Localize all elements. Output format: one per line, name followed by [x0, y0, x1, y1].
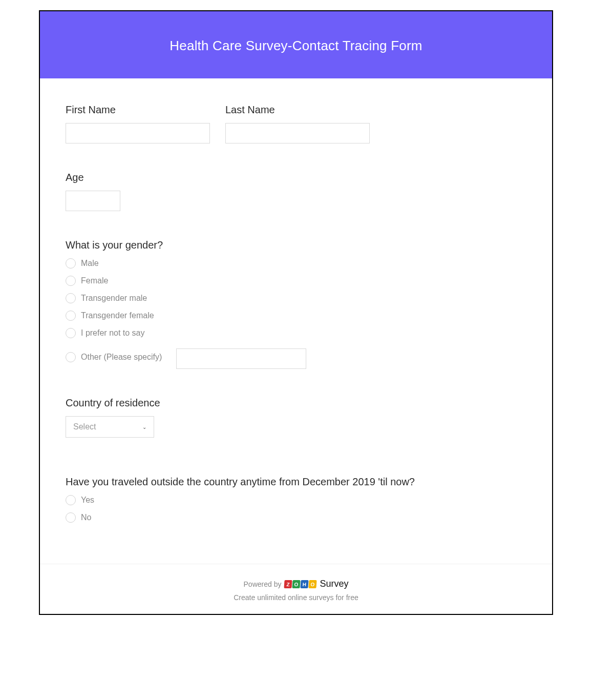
chevron-down-icon: ⌄: [142, 424, 146, 430]
survey-title: Health Care Survey-Contact Tracing Form: [50, 38, 542, 54]
last-name-input[interactable]: [225, 123, 370, 143]
country-group: Country of residence Select ⌄: [66, 397, 526, 438]
survey-frame: Health Care Survey-Contact Tracing Form …: [39, 10, 553, 615]
survey-footer: Powered by Z O H O Survey Create unlimit…: [40, 564, 552, 614]
radio-button[interactable]: [66, 328, 76, 338]
gender-label: What is your gender?: [66, 239, 526, 251]
country-label: Country of residence: [66, 397, 526, 409]
travel-label: Have you traveled outside the country an…: [66, 476, 526, 488]
first-name-label: First Name: [66, 104, 210, 116]
footer-tagline: Create unlimited online surveys for free: [50, 593, 542, 602]
age-label: Age: [66, 172, 526, 183]
brand-suffix: Survey: [320, 579, 348, 589]
last-name-label: Last Name: [225, 104, 370, 116]
gender-option-other[interactable]: Other (Please specify): [81, 353, 162, 362]
travel-option-yes[interactable]: Yes: [81, 496, 94, 505]
zoho-logo-icon: Z O H O: [284, 580, 316, 588]
gender-group: What is your gender? Male Female Transge…: [66, 239, 526, 369]
gender-option-trans-male[interactable]: Transgender male: [81, 294, 147, 303]
radio-button[interactable]: [66, 311, 76, 321]
age-group: Age: [66, 172, 526, 211]
gender-option-prefer-not[interactable]: I prefer not to say: [81, 328, 145, 338]
radio-button[interactable]: [66, 258, 76, 269]
age-input[interactable]: [66, 191, 120, 211]
radio-button[interactable]: [66, 293, 76, 303]
country-selected-value: Select: [73, 422, 96, 431]
first-name-group: First Name: [66, 104, 210, 143]
form-body: First Name Last Name Age What is your ge…: [40, 78, 552, 564]
gender-option-female[interactable]: Female: [81, 276, 108, 285]
first-name-input[interactable]: [66, 123, 210, 143]
powered-by-line: Powered by Z O H O Survey: [244, 579, 349, 589]
radio-button[interactable]: [66, 352, 76, 362]
travel-group: Have you traveled outside the country an…: [66, 476, 526, 523]
powered-by-text: Powered by: [244, 580, 282, 588]
radio-button[interactable]: [66, 276, 76, 286]
gender-option-male[interactable]: Male: [81, 259, 99, 268]
radio-button[interactable]: [66, 512, 76, 523]
country-select[interactable]: Select ⌄: [66, 416, 154, 438]
gender-option-trans-female[interactable]: Transgender female: [81, 311, 154, 320]
gender-other-input[interactable]: [176, 348, 306, 369]
survey-header: Health Care Survey-Contact Tracing Form: [40, 11, 552, 78]
travel-option-no[interactable]: No: [81, 513, 91, 522]
last-name-group: Last Name: [225, 104, 370, 143]
radio-button[interactable]: [66, 495, 76, 505]
